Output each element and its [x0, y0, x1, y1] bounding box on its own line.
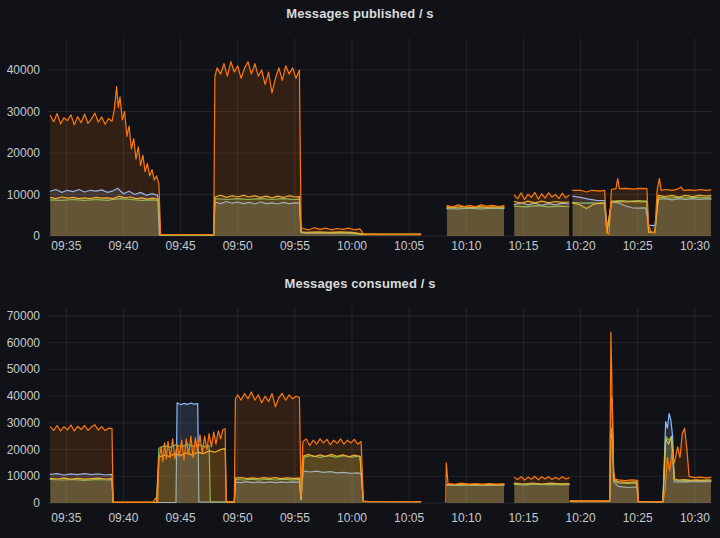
x-axis-tick-label: 10:30 — [680, 511, 710, 525]
x-axis-tick-label: 10:10 — [451, 239, 481, 253]
x-axis-tick-label: 10:25 — [623, 239, 653, 253]
y-axis-tick-label: 20000 — [7, 443, 41, 457]
x-axis-tick-label: 09:35 — [51, 511, 81, 525]
x-axis-tick-label: 09:55 — [280, 239, 310, 253]
x-axis-tick-label: 10:05 — [394, 511, 424, 525]
y-axis-tick-label: 0 — [33, 496, 40, 510]
x-axis-tick-label: 09:50 — [223, 239, 253, 253]
x-axis-tick-label: 10:00 — [337, 239, 367, 253]
x-axis-tick-label: 10:30 — [680, 239, 710, 253]
y-axis-tick-label: 10000 — [7, 469, 41, 483]
series-area-orange — [514, 476, 569, 503]
x-axis-tick-label: 09:35 — [51, 239, 81, 253]
series-area-orange — [446, 463, 504, 503]
x-axis-tick-label: 10:00 — [337, 511, 367, 525]
time-series-charts-canvas[interactable]: 01000020000300004000009:3509:4009:4509:5… — [0, 0, 720, 538]
series-area-orange — [50, 62, 420, 236]
y-axis-tick-label: 0 — [33, 229, 40, 243]
x-axis-tick-label: 10:20 — [566, 511, 596, 525]
x-axis-tick-label: 10:15 — [508, 511, 538, 525]
x-axis-tick-label: 09:55 — [280, 511, 310, 525]
x-axis-tick-label: 09:45 — [166, 511, 196, 525]
series-area-orange — [570, 332, 711, 503]
y-axis-tick-label: 50000 — [7, 362, 41, 376]
y-axis-tick-label: 20000 — [7, 146, 41, 160]
x-axis-tick-label: 10:05 — [394, 239, 424, 253]
y-axis-tick-label: 60000 — [7, 336, 41, 350]
series-area-orange — [573, 178, 711, 236]
series-group — [50, 62, 711, 236]
y-axis-tick-label: 30000 — [7, 416, 41, 430]
x-axis-tick-label: 10:25 — [623, 511, 653, 525]
x-axis-tick-label: 09:40 — [108, 511, 138, 525]
x-axis-tick-label: 10:10 — [451, 511, 481, 525]
y-axis-tick-label: 30000 — [7, 105, 41, 119]
y-axis-tick-label: 40000 — [7, 389, 41, 403]
x-axis-tick-label: 09:45 — [166, 239, 196, 253]
series-group — [50, 332, 711, 503]
series-area-orange — [514, 192, 569, 236]
y-axis-tick-label: 10000 — [7, 188, 41, 202]
grafana-dashboard: Messages published / s Messages consumed… — [0, 0, 720, 538]
y-axis-tick-label: 70000 — [7, 309, 41, 323]
x-axis-tick-label: 10:15 — [508, 239, 538, 253]
x-axis-tick-label: 09:50 — [223, 511, 253, 525]
x-axis-tick-label: 09:40 — [108, 239, 138, 253]
x-axis-tick-label: 10:20 — [566, 239, 596, 253]
y-axis-tick-label: 40000 — [7, 63, 41, 77]
series-area-orange — [447, 205, 504, 236]
